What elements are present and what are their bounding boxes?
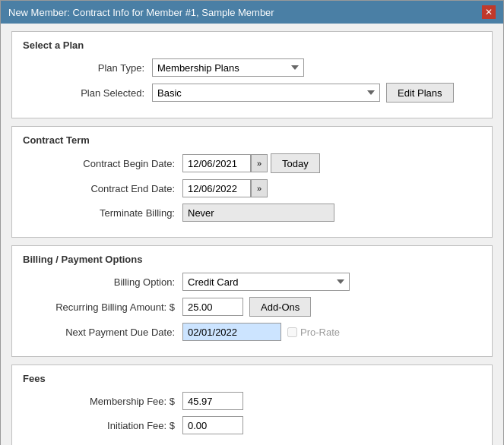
billing-title: Billing / Payment Options	[23, 254, 481, 265]
title-bar: New Member: Contract Info for Member #1,…	[1, 1, 503, 24]
fees-section: Fees Membership Fee: $ Initiation Fee: $…	[11, 365, 493, 445]
dialog-window: New Member: Contract Info for Member #1,…	[0, 0, 504, 445]
terminate-row: Terminate Billing: Never	[23, 204, 481, 222]
tax-value: 0.00	[182, 440, 243, 445]
next-payment-row: Next Payment Due Date: 02/01/2022 Pro-Ra…	[23, 323, 481, 341]
billing-option-row: Billing Option: Credit Card	[23, 273, 481, 291]
select-plan-section: Select a Plan Plan Type: Membership Plan…	[11, 31, 493, 118]
initiation-fee-row: Initiation Fee: $	[23, 416, 481, 434]
plan-selected-select[interactable]: Basic	[152, 84, 380, 102]
add-ons-button[interactable]: Add-Ons	[249, 297, 311, 317]
membership-fee-label: Membership Fee: $	[23, 396, 182, 407]
dialog-body: Select a Plan Plan Type: Membership Plan…	[1, 24, 503, 445]
membership-fee-row: Membership Fee: $	[23, 392, 481, 410]
close-button[interactable]: ✕	[482, 5, 496, 19]
begin-date-arrow-button[interactable]: »	[251, 154, 268, 172]
plan-selected-row: Plan Selected: Basic Edit Plans	[23, 83, 481, 103]
recurring-label: Recurring Billing Amount: $	[23, 301, 182, 313]
pro-rate-checkbox[interactable]	[287, 327, 297, 337]
end-date-input[interactable]	[182, 179, 251, 197]
today-button[interactable]: Today	[271, 153, 320, 173]
fees-title: Fees	[23, 373, 481, 384]
recurring-amount-input[interactable]	[182, 298, 243, 316]
recurring-row: Recurring Billing Amount: $ Add-Ons	[23, 297, 481, 317]
begin-date-input[interactable]	[182, 154, 251, 172]
plan-type-select[interactable]: Membership Plans	[152, 58, 304, 77]
next-payment-select[interactable]: 02/01/2022	[182, 323, 281, 341]
end-date-row: Contract End Date: »	[23, 179, 481, 197]
terminate-label: Terminate Billing:	[23, 207, 182, 219]
begin-date-row: Contract Begin Date: » Today	[23, 153, 481, 173]
tax-row: Tax: $ 0.00	[23, 440, 481, 445]
end-date-arrow-button[interactable]: »	[251, 179, 268, 197]
pro-rate-container: Pro-Rate	[287, 327, 340, 338]
next-payment-label: Next Payment Due Date:	[23, 327, 182, 338]
plan-type-row: Plan Type: Membership Plans	[23, 58, 481, 77]
pro-rate-checkbox-label[interactable]: Pro-Rate	[287, 327, 340, 338]
plan-selected-label: Plan Selected:	[23, 87, 152, 99]
initiation-fee-label: Initiation Fee: $	[23, 420, 182, 431]
dialog-title: New Member: Contract Info for Member #1,…	[8, 7, 274, 18]
contract-term-title: Contract Term	[23, 134, 481, 146]
initiation-fee-input[interactable]	[182, 416, 243, 434]
begin-date-label: Contract Begin Date:	[23, 158, 182, 169]
billing-option-select[interactable]: Credit Card	[182, 273, 350, 291]
pro-rate-label: Pro-Rate	[300, 327, 340, 338]
billing-option-label: Billing Option:	[23, 276, 182, 288]
membership-fee-input[interactable]	[182, 392, 243, 410]
terminate-select[interactable]: Never	[182, 204, 334, 222]
billing-section: Billing / Payment Options Billing Option…	[11, 245, 493, 357]
select-plan-title: Select a Plan	[23, 39, 481, 51]
contract-term-section: Contract Term Contract Begin Date: » Tod…	[11, 126, 493, 238]
end-date-label: Contract End Date:	[23, 183, 182, 194]
plan-type-label: Plan Type:	[23, 62, 152, 74]
edit-plans-button[interactable]: Edit Plans	[386, 83, 454, 103]
